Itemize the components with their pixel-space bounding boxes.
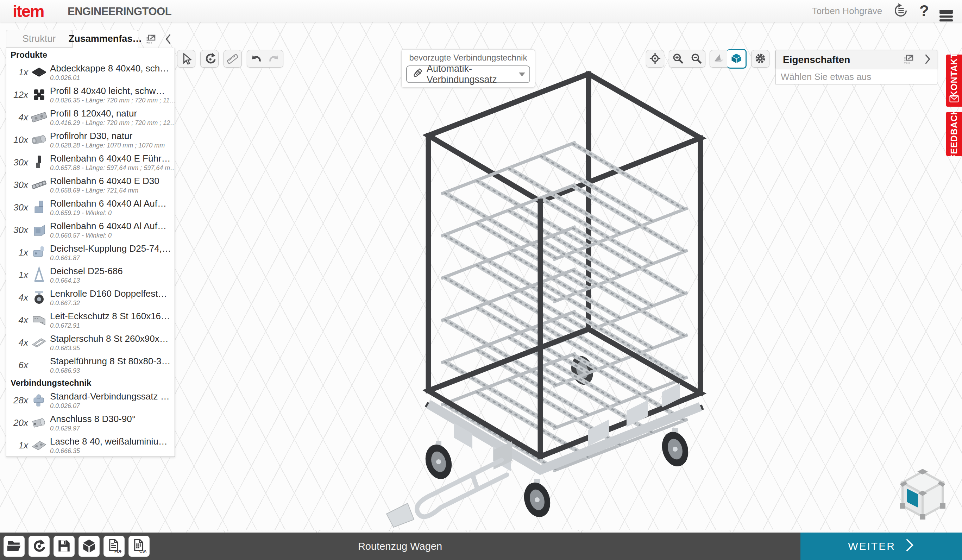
- item-subtitle: 0.0.416.29 - Länge: 720 mm ; 720 mm ; 12…: [50, 119, 174, 127]
- list-item[interactable]: 12xProfil 8 40x40 leicht, schw…0.0.026.3…: [6, 84, 174, 106]
- item-title: Anschluss 8 D30-90°: [50, 413, 174, 424]
- parts-list: Produkte1xAbdeckkappe 8 40x40, sch…0.0.0…: [6, 48, 175, 457]
- shading-flat-button[interactable]: [710, 50, 728, 68]
- list-item[interactable]: 10xProfilrohr D30, natur0.0.628.28 - Län…: [6, 129, 174, 151]
- properties-popout-button[interactable]: [902, 52, 916, 67]
- panel-collapse-button[interactable]: [164, 32, 173, 47]
- section-title: Produkte: [6, 48, 174, 61]
- tab-zusammenfassung[interactable]: Zusammenfas…: [72, 30, 138, 48]
- item-qty: 30x: [6, 157, 28, 168]
- main-menu-button[interactable]: [939, 8, 953, 14]
- measure-tool-button[interactable]: [224, 50, 242, 68]
- redo-button[interactable]: [265, 50, 283, 68]
- list-item[interactable]: 4xLeit-Eckschutz 8 St 160x16…0.0.672.91: [6, 309, 174, 331]
- kontakt-tab[interactable]: KONTAKT: [946, 55, 962, 107]
- item-title: Lenkrolle D160 Doppelfest…: [50, 288, 174, 299]
- kontakt-label: KONTAKT: [946, 55, 962, 95]
- zoom-out-button[interactable]: [687, 50, 705, 68]
- list-item[interactable]: 20xAnschluss 8 D30-90°0.0.629.97: [6, 412, 174, 434]
- item-thumbnail: [28, 62, 50, 82]
- item-qty: 30x: [6, 224, 28, 236]
- item-subtitle: 0.0.661.87: [50, 255, 174, 262]
- cart-model[interactable]: [380, 68, 725, 529]
- history-icon: [893, 2, 909, 20]
- chevron-left-icon: [165, 33, 172, 46]
- item-subtitle: 0.0.628.28 - Länge: 1070 mm ; 1070 mm: [50, 142, 174, 149]
- item-subtitle: 0.0.667.32: [50, 300, 174, 307]
- mail-icon: [949, 95, 959, 104]
- user-name: Torben Hohgräve: [812, 6, 882, 16]
- item-qty: 30x: [6, 202, 28, 213]
- properties-title: Eigenschaften: [776, 54, 850, 66]
- item-qty: 1x: [6, 247, 28, 258]
- item-subtitle: 0.0.686.93: [50, 367, 174, 374]
- item-qty: 4x: [6, 292, 28, 303]
- panel-popout-button[interactable]: [144, 32, 158, 47]
- item-thumbnail: [28, 391, 50, 410]
- list-item[interactable]: 30xRollenbahn 6 40x40 E D300.0.658.69 - …: [6, 174, 174, 196]
- properties-panel: Eigenschaften Wählen Sie etwas aus: [775, 50, 937, 84]
- popout-icon: [902, 53, 915, 66]
- gear-icon: [754, 52, 766, 66]
- item-title: Deichsel D25-686: [50, 266, 174, 277]
- list-item[interactable]: 4xProfil 8 120x40, natur0.0.416.29 - Län…: [6, 106, 174, 129]
- item-logo: item: [13, 2, 44, 21]
- orientation-cube[interactable]: [896, 467, 949, 525]
- item-qty: 12x: [6, 89, 28, 100]
- item-thumbnail: [28, 242, 50, 262]
- list-item[interactable]: 1xDeichsel D25-6860.0.664.13: [6, 264, 174, 286]
- list-item[interactable]: 4xStaplerschuh 8 St 260x90x…0.0.683.95: [6, 331, 174, 354]
- rotate-tool-button[interactable]: [200, 50, 219, 68]
- item-qty: 1x: [6, 270, 28, 281]
- item-thumbnail: [28, 85, 50, 105]
- list-item[interactable]: 30xRollenbahn 6 40x40 Al Auf…0.0.660.57 …: [6, 219, 174, 241]
- weiter-button[interactable]: WEITER: [801, 533, 962, 560]
- item-qty: 20x: [6, 418, 28, 428]
- list-item[interactable]: 1xLasche 8 40, weißaluminiu…0.0.666.35: [6, 434, 174, 457]
- bottom-bar: PDFCSV Routenzug Wagen WEITER: [0, 533, 962, 560]
- item-thumbnail: [28, 130, 50, 150]
- item-title: Rollenbahn 6 40x40 Al Auf…: [50, 198, 174, 209]
- list-item[interactable]: 6xStapelführung 8 St 80x80-3…0.0.686.93: [6, 354, 174, 376]
- screw-icon: [411, 68, 423, 81]
- select-tool-button[interactable]: [177, 50, 195, 68]
- item-title: Profil 8 40x40 leicht, schw…: [50, 86, 174, 97]
- view-settings-button[interactable]: [751, 50, 770, 68]
- item-subtitle: 0.0.629.97: [50, 425, 174, 432]
- item-subtitle: 0.0.026.07: [50, 402, 174, 410]
- help-button[interactable]: ?: [919, 3, 929, 19]
- connection-technique-select[interactable]: Automatik-Verbindungssatz: [406, 66, 530, 83]
- list-item[interactable]: 28xStandard-Verbindungssatz …0.0.026.07: [6, 389, 174, 412]
- undo-button[interactable]: [247, 50, 265, 68]
- chevron-down-icon: [519, 73, 525, 76]
- item-subtitle: 0.0.660.57 - Winkel: 0: [50, 232, 174, 239]
- feedback-tab[interactable]: FEEDBACK: [946, 112, 962, 156]
- weiter-label: WEITER: [848, 540, 896, 552]
- history-button[interactable]: [893, 2, 909, 20]
- item-title: Abdeckkappe 8 40x40, sch…: [50, 63, 174, 74]
- rotate-icon: [203, 52, 216, 66]
- item-title: Stapelführung 8 St 80x80-3…: [50, 356, 174, 367]
- properties-collapse-button[interactable]: [923, 52, 932, 67]
- tab-struktur[interactable]: Struktur: [6, 30, 72, 48]
- list-item[interactable]: 30xRollenbahn 6 40x40 E Führ…0.0.657.88 …: [6, 151, 174, 174]
- item-subtitle: 0.0.659.19 - Winkel: 0: [50, 210, 174, 217]
- zoom-in-icon: [672, 52, 684, 66]
- zoom-in-button[interactable]: [669, 50, 687, 68]
- shading-solid-button[interactable]: [727, 49, 747, 69]
- hamburger-icon: [939, 10, 953, 12]
- app-header: item ENGINEERINGTOOL Torben Hohgräve ?: [0, 0, 962, 22]
- list-item[interactable]: 30xRollenbahn 6 40x40 Al Auf…0.0.659.19 …: [6, 196, 174, 219]
- item-qty: 4x: [6, 315, 28, 326]
- center-view-button[interactable]: [646, 50, 664, 68]
- popout-icon: [145, 33, 157, 47]
- connection-technique-value: Automatik-Verbindungssatz: [427, 63, 515, 85]
- item-subtitle: 0.0.658.69 - Länge: 721,64 mm: [50, 187, 174, 194]
- list-item[interactable]: 1xDeichsel-Kupplung D25-74,…0.0.661.87: [6, 241, 174, 264]
- list-item[interactable]: 1xAbdeckkappe 8 40x40, sch…0.0.026.01: [6, 61, 174, 84]
- list-item[interactable]: 4xLenkrolle D160 Doppelfest…0.0.667.32: [6, 286, 174, 309]
- zoom-out-icon: [690, 52, 702, 66]
- chevron-right-icon: [923, 53, 931, 66]
- item-thumbnail: [28, 287, 50, 307]
- item-thumbnail: [28, 152, 50, 172]
